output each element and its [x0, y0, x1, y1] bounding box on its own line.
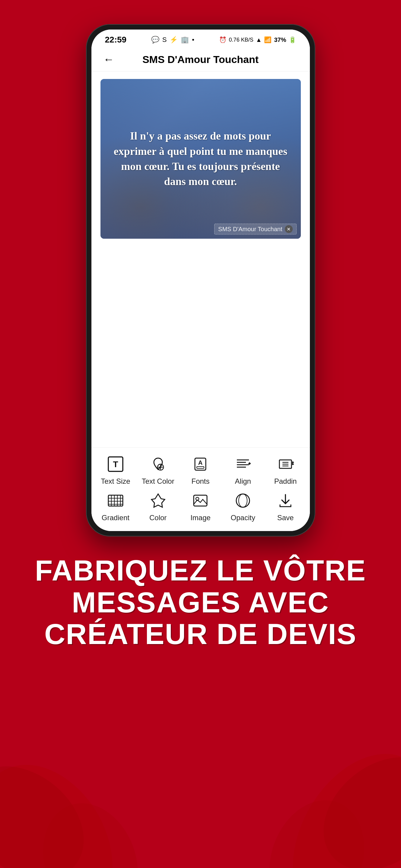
save-label: Save: [277, 514, 294, 522]
color-icon: [147, 490, 169, 511]
save-icon: [275, 490, 296, 511]
watermark-close-button[interactable]: ✕: [285, 225, 293, 233]
toolbar-row-2: Gradient Color: [94, 490, 307, 522]
bottom-line-1: FABRIQUEZ LE VÔTRE: [24, 555, 377, 587]
watermark-badge: SMS D'Amour Touchant ✕: [214, 224, 296, 235]
toolbar-row-1: T Text Size Text Col: [94, 454, 307, 486]
svg-point-2: [265, 730, 401, 868]
color-label: Color: [149, 514, 167, 522]
watermark-text: SMS D'Amour Touchant: [218, 226, 282, 233]
image-area: Il n'y a pas assez de mots pour exprimer…: [91, 71, 310, 447]
status-time: 22:59: [105, 35, 127, 44]
fonts-label: Fonts: [191, 477, 209, 486]
battery-icon: 🔋: [289, 36, 296, 43]
opacity-icon: [232, 490, 254, 511]
align-button[interactable]: Align: [226, 454, 259, 486]
quote-text: Il n'y a pas assez de mots pour exprimer…: [110, 128, 292, 189]
opacity-button[interactable]: Opacity: [226, 490, 259, 522]
bottom-toolbar: T Text Size Text Col: [91, 447, 310, 531]
back-button[interactable]: ←: [104, 53, 114, 66]
fonts-icon: A: [190, 454, 211, 475]
text-color-button[interactable]: Text Color: [142, 454, 175, 486]
svg-text:T: T: [113, 460, 118, 469]
messenger-icon: ⚡: [170, 36, 178, 44]
extra-icon: 🏢: [181, 36, 189, 44]
bottom-line-3: CRÉATEUR DE DEVIS: [24, 618, 377, 650]
quote-background: Il n'y a pas assez de mots pour exprimer…: [101, 79, 301, 239]
image-button[interactable]: Image: [184, 490, 217, 522]
padding-label: Paddin: [274, 477, 297, 486]
image-icon: [190, 490, 211, 511]
svg-rect-39: [194, 495, 207, 506]
phone-screen: 22:59 💬 S ⚡ 🏢 • ⏰ 0.76 KB/S ▲ 📶 37% 🔋 ← …: [91, 30, 310, 531]
padding-icon: [275, 454, 296, 475]
status-bar: 22:59 💬 S ⚡ 🏢 • ⏰ 0.76 KB/S ▲ 📶 37% 🔋: [91, 30, 310, 48]
svg-point-3: [302, 734, 401, 868]
bottom-text-section: FABRIQUEZ LE VÔTRE MESSAGES AVEC CRÉATEU…: [0, 536, 401, 674]
opacity-label: Opacity: [231, 514, 255, 522]
battery-level: 37%: [274, 36, 286, 43]
text-color-label: Text Color: [142, 477, 174, 486]
gradient-button[interactable]: Gradient: [99, 490, 132, 522]
gradient-label: Gradient: [102, 514, 130, 522]
network-speed: 0.76 KB/S: [229, 37, 254, 43]
bottom-headline: FABRIQUEZ LE VÔTRE MESSAGES AVEC CRÉATEU…: [24, 555, 377, 650]
svg-text:A: A: [198, 459, 202, 466]
signal-icon: 📶: [264, 36, 271, 43]
app-title: SMS D'Amour Touchant: [120, 54, 281, 65]
whatsapp-icon: 💬: [151, 36, 159, 44]
text-size-label: Text Size: [101, 477, 130, 486]
save-button[interactable]: Save: [269, 490, 302, 522]
text-size-button[interactable]: T Text Size: [99, 454, 132, 486]
svg-rect-12: [197, 467, 204, 468]
align-label: Align: [235, 477, 251, 486]
quote-image-container: Il n'y a pas assez de mots pour exprimer…: [101, 79, 301, 239]
image-label: Image: [191, 514, 210, 522]
alarm-icon: ⏰: [219, 36, 227, 43]
wifi-icon: ▲: [256, 36, 262, 43]
text-color-icon: [147, 454, 169, 475]
svg-point-42: [239, 494, 247, 507]
svg-point-5: [254, 787, 380, 868]
color-button[interactable]: Color: [142, 490, 175, 522]
bottom-line-2: MESSAGES AVEC: [24, 587, 377, 618]
app-header: ← SMS D'Amour Touchant: [91, 48, 310, 71]
status-right: ⏰ 0.76 KB/S ▲ 📶 37% 🔋: [219, 36, 296, 43]
dot-icon: •: [192, 36, 194, 44]
padding-button[interactable]: Paddin: [269, 454, 302, 486]
skype-icon: S: [162, 36, 167, 44]
svg-point-1: [0, 743, 106, 868]
svg-marker-38: [151, 494, 165, 507]
status-icons: 💬 S ⚡ 🏢 •: [151, 36, 194, 44]
text-size-icon: T: [105, 454, 126, 475]
gradient-icon: [105, 490, 126, 511]
align-icon: [232, 454, 254, 475]
white-space: [91, 243, 310, 447]
svg-point-4: [27, 790, 154, 868]
fonts-button[interactable]: A Fonts: [184, 454, 217, 486]
phone-frame: 22:59 💬 S ⚡ 🏢 • ⏰ 0.76 KB/S ▲ 📶 37% 🔋 ← …: [86, 24, 315, 536]
svg-point-0: [0, 741, 140, 868]
